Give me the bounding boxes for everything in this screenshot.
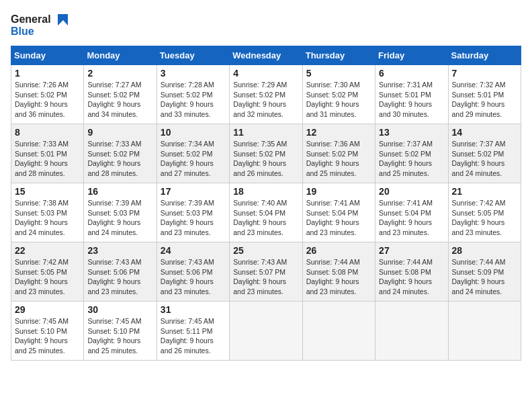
calendar-week-3: 15Sunrise: 7:38 AMSunset: 5:03 PMDayligh… <box>11 183 521 242</box>
day-info: Sunrise: 7:30 AMSunset: 5:02 PMDaylight:… <box>306 80 371 120</box>
day-info: Sunrise: 7:44 AMSunset: 5:08 PMDaylight:… <box>306 257 371 297</box>
day-number: 26 <box>306 245 371 256</box>
calendar-week-2: 8Sunrise: 7:33 AMSunset: 5:01 PMDaylight… <box>11 124 521 183</box>
day-number: 24 <box>161 245 226 256</box>
calendar-cell: 20Sunrise: 7:41 AMSunset: 5:04 PMDayligh… <box>375 183 448 242</box>
day-number: 1 <box>15 68 80 79</box>
calendar-header-tuesday: Tuesday <box>157 46 229 65</box>
calendar-week-1: 1Sunrise: 7:26 AMSunset: 5:02 PMDaylight… <box>11 65 521 124</box>
calendar-cell: 14Sunrise: 7:37 AMSunset: 5:02 PMDayligh… <box>448 124 521 183</box>
calendar-cell: 30Sunrise: 7:45 AMSunset: 5:10 PMDayligh… <box>84 302 157 361</box>
day-number: 28 <box>452 245 517 256</box>
day-number: 3 <box>161 68 226 79</box>
calendar-cell: 16Sunrise: 7:39 AMSunset: 5:03 PMDayligh… <box>84 183 157 242</box>
logo-svg: GeneralBlue <box>11 11 71 40</box>
day-info: Sunrise: 7:45 AMSunset: 5:10 PMDaylight:… <box>87 316 152 356</box>
day-number: 11 <box>233 127 298 138</box>
day-info: Sunrise: 7:28 AMSunset: 5:02 PMDaylight:… <box>161 80 226 120</box>
day-info: Sunrise: 7:32 AMSunset: 5:01 PMDaylight:… <box>452 80 517 120</box>
day-info: Sunrise: 7:43 AMSunset: 5:07 PMDaylight:… <box>233 257 298 297</box>
day-info: Sunrise: 7:43 AMSunset: 5:06 PMDaylight:… <box>161 257 226 297</box>
calendar-cell: 6Sunrise: 7:31 AMSunset: 5:01 PMDaylight… <box>375 65 448 124</box>
day-info: Sunrise: 7:37 AMSunset: 5:02 PMDaylight:… <box>379 139 444 179</box>
calendar-header-friday: Friday <box>375 46 448 65</box>
calendar-cell <box>230 302 302 361</box>
day-number: 13 <box>379 127 444 138</box>
svg-text:Blue: Blue <box>11 26 34 37</box>
day-info: Sunrise: 7:42 AMSunset: 5:05 PMDaylight:… <box>452 198 517 238</box>
day-info: Sunrise: 7:38 AMSunset: 5:03 PMDaylight:… <box>15 198 80 238</box>
day-number: 9 <box>87 127 152 138</box>
day-info: Sunrise: 7:39 AMSunset: 5:03 PMDaylight:… <box>161 198 226 238</box>
calendar-cell <box>375 302 448 361</box>
day-number: 31 <box>161 304 226 315</box>
calendar-cell: 11Sunrise: 7:35 AMSunset: 5:02 PMDayligh… <box>230 124 302 183</box>
day-info: Sunrise: 7:44 AMSunset: 5:09 PMDaylight:… <box>452 257 517 297</box>
calendar-table: SundayMondayTuesdayWednesdayThursdayFrid… <box>11 46 521 361</box>
calendar-header-sunday: Sunday <box>11 46 84 65</box>
calendar-cell: 22Sunrise: 7:42 AMSunset: 5:05 PMDayligh… <box>11 242 84 302</box>
day-info: Sunrise: 7:33 AMSunset: 5:02 PMDaylight:… <box>87 139 152 179</box>
day-number: 27 <box>379 245 444 256</box>
day-number: 21 <box>452 186 517 197</box>
calendar-cell: 12Sunrise: 7:36 AMSunset: 5:02 PMDayligh… <box>302 124 375 183</box>
calendar-cell: 7Sunrise: 7:32 AMSunset: 5:01 PMDaylight… <box>448 65 521 124</box>
day-number: 14 <box>452 127 517 138</box>
calendar-header-monday: Monday <box>84 46 157 65</box>
calendar-cell: 15Sunrise: 7:38 AMSunset: 5:03 PMDayligh… <box>11 183 84 242</box>
day-info: Sunrise: 7:29 AMSunset: 5:02 PMDaylight:… <box>233 80 298 120</box>
day-info: Sunrise: 7:41 AMSunset: 5:04 PMDaylight:… <box>379 198 444 238</box>
day-info: Sunrise: 7:26 AMSunset: 5:02 PMDaylight:… <box>15 80 80 120</box>
calendar-cell: 8Sunrise: 7:33 AMSunset: 5:01 PMDaylight… <box>11 124 84 183</box>
svg-text:General: General <box>11 13 51 25</box>
calendar-cell: 3Sunrise: 7:28 AMSunset: 5:02 PMDaylight… <box>157 65 229 124</box>
day-info: Sunrise: 7:45 AMSunset: 5:10 PMDaylight:… <box>15 316 80 356</box>
calendar-cell: 31Sunrise: 7:45 AMSunset: 5:11 PMDayligh… <box>157 302 229 361</box>
day-number: 20 <box>379 186 444 197</box>
calendar-cell: 10Sunrise: 7:34 AMSunset: 5:02 PMDayligh… <box>157 124 229 183</box>
calendar-week-5: 29Sunrise: 7:45 AMSunset: 5:10 PMDayligh… <box>11 302 521 361</box>
day-info: Sunrise: 7:34 AMSunset: 5:02 PMDaylight:… <box>161 139 226 179</box>
day-number: 19 <box>306 186 371 197</box>
day-number: 12 <box>306 127 371 138</box>
day-number: 4 <box>233 68 298 79</box>
day-info: Sunrise: 7:44 AMSunset: 5:08 PMDaylight:… <box>379 257 444 297</box>
calendar-cell: 1Sunrise: 7:26 AMSunset: 5:02 PMDaylight… <box>11 65 84 124</box>
day-number: 2 <box>87 68 152 79</box>
day-info: Sunrise: 7:43 AMSunset: 5:06 PMDaylight:… <box>87 257 152 297</box>
calendar-cell: 26Sunrise: 7:44 AMSunset: 5:08 PMDayligh… <box>302 242 375 302</box>
calendar-cell <box>302 302 375 361</box>
calendar-header-saturday: Saturday <box>448 46 521 65</box>
day-info: Sunrise: 7:31 AMSunset: 5:01 PMDaylight:… <box>379 80 444 120</box>
day-number: 16 <box>87 186 152 197</box>
day-number: 7 <box>452 68 517 79</box>
day-info: Sunrise: 7:37 AMSunset: 5:02 PMDaylight:… <box>452 139 517 179</box>
calendar-cell: 19Sunrise: 7:41 AMSunset: 5:04 PMDayligh… <box>302 183 375 242</box>
calendar-cell: 24Sunrise: 7:43 AMSunset: 5:06 PMDayligh… <box>157 242 229 302</box>
day-number: 5 <box>306 68 371 79</box>
day-number: 10 <box>161 127 226 138</box>
calendar-cell: 2Sunrise: 7:27 AMSunset: 5:02 PMDaylight… <box>84 65 157 124</box>
day-info: Sunrise: 7:42 AMSunset: 5:05 PMDaylight:… <box>15 257 80 297</box>
day-info: Sunrise: 7:33 AMSunset: 5:01 PMDaylight:… <box>15 139 80 179</box>
day-number: 29 <box>15 304 80 315</box>
svg-marker-2 <box>58 14 68 26</box>
calendar-cell: 9Sunrise: 7:33 AMSunset: 5:02 PMDaylight… <box>84 124 157 183</box>
day-info: Sunrise: 7:45 AMSunset: 5:11 PMDaylight:… <box>161 316 226 356</box>
day-number: 17 <box>161 186 226 197</box>
calendar-cell: 29Sunrise: 7:45 AMSunset: 5:10 PMDayligh… <box>11 302 84 361</box>
calendar-cell: 27Sunrise: 7:44 AMSunset: 5:08 PMDayligh… <box>375 242 448 302</box>
calendar-cell <box>448 302 521 361</box>
calendar-cell: 17Sunrise: 7:39 AMSunset: 5:03 PMDayligh… <box>157 183 229 242</box>
day-info: Sunrise: 7:40 AMSunset: 5:04 PMDaylight:… <box>233 198 298 238</box>
header: GeneralBlue <box>11 11 521 40</box>
day-number: 22 <box>15 245 80 256</box>
day-info: Sunrise: 7:35 AMSunset: 5:02 PMDaylight:… <box>233 139 298 179</box>
day-number: 6 <box>379 68 444 79</box>
calendar-header-thursday: Thursday <box>302 46 375 65</box>
calendar-cell: 21Sunrise: 7:42 AMSunset: 5:05 PMDayligh… <box>448 183 521 242</box>
calendar-cell: 13Sunrise: 7:37 AMSunset: 5:02 PMDayligh… <box>375 124 448 183</box>
day-number: 8 <box>15 127 80 138</box>
calendar-week-4: 22Sunrise: 7:42 AMSunset: 5:05 PMDayligh… <box>11 242 521 302</box>
day-info: Sunrise: 7:39 AMSunset: 5:03 PMDaylight:… <box>87 198 152 238</box>
